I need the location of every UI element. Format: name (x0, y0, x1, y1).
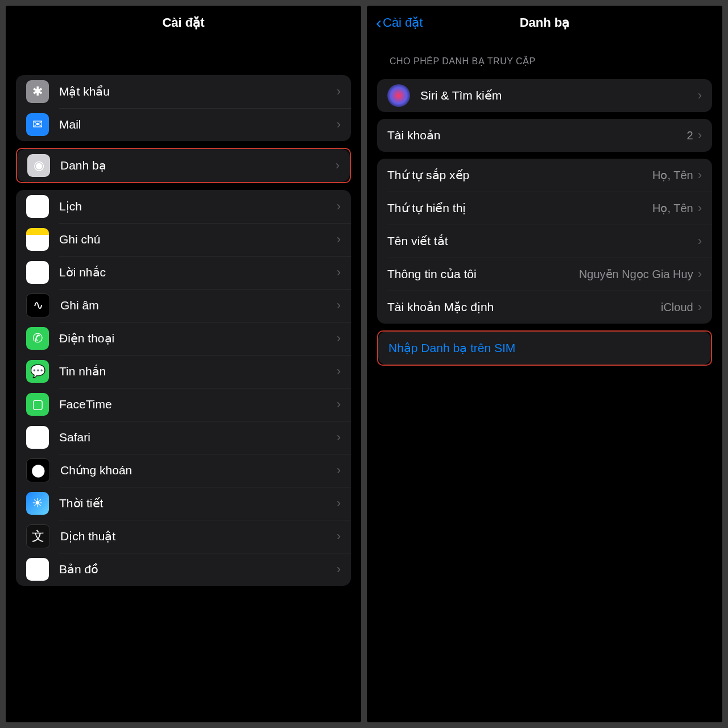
row-label: Thứ tự hiển thị (387, 201, 652, 215)
contacts-content: CHO PHÉP DANH BẠ TRUY CẬP Siri & Tìm kiế… (367, 40, 722, 722)
option-row[interactable]: Tên viết tắt› (377, 225, 712, 258)
row-label: Lời nhắc (59, 266, 337, 279)
row-label: Chứng khoán (60, 464, 337, 477)
siri-group: Siri & Tìm kiếm › (377, 79, 712, 112)
settings-row-weather[interactable]: ☀Thời tiết› (16, 487, 351, 520)
settings-row-calendar[interactable]: ▦Lịch› (16, 190, 351, 223)
chevron-right-icon: › (337, 265, 341, 280)
option-row[interactable]: Thứ tự sắp xếpHọ, Tên› (377, 159, 712, 192)
key-icon: ✱ (26, 80, 49, 103)
back-button[interactable]: ‹ Cài đặt (376, 14, 423, 31)
settings-row-messages[interactable]: 💬Tin nhắn› (16, 355, 351, 388)
chevron-right-icon: › (337, 232, 341, 247)
row-label: Ghi chú (59, 233, 337, 246)
row-label: Bản đồ (59, 562, 337, 576)
weather-icon: ☀ (26, 492, 49, 515)
options-group: Thứ tự sắp xếpHọ, Tên›Thứ tự hiển thịHọ,… (377, 159, 712, 324)
translate-icon: 文 (26, 524, 50, 548)
row-label: Danh bạ (60, 159, 336, 172)
row-label: Tài khoản Mặc định (387, 300, 661, 314)
calendar-icon: ▦ (26, 195, 49, 218)
option-row[interactable]: Thông tin của tôiNguyễn Ngọc Gia Huy› (377, 258, 712, 291)
option-row[interactable]: Thứ tự hiển thịHọ, Tên› (377, 192, 712, 225)
chevron-right-icon: › (698, 234, 702, 249)
row-label: Mật khẩu (59, 85, 337, 98)
messages-icon: 💬 (26, 360, 49, 383)
option-row[interactable]: Tài khoản Mặc địnhiCloud› (377, 291, 712, 324)
phone-icon: ✆ (26, 327, 49, 350)
row-label: Tên viết tắt (387, 234, 698, 248)
safari-icon: ✪ (26, 426, 49, 449)
chevron-right-icon: › (698, 267, 702, 282)
navbar-left: Cài đặt (6, 6, 361, 40)
settings-row-mail[interactable]: ✉Mail› (16, 108, 351, 141)
row-value: Nguyễn Ngọc Gia Huy (579, 267, 693, 281)
import-sim-highlight: Nhập Danh bạ trên SIM (377, 330, 712, 366)
row-value: 2 (687, 129, 693, 142)
reminders-icon: ☰ (26, 261, 49, 284)
chevron-right-icon: › (698, 201, 702, 216)
settings-row-facetime[interactable]: ▢FaceTime› (16, 388, 351, 421)
notes-icon (26, 228, 49, 251)
settings-row-stocks[interactable]: ⬤Chứng khoán› (16, 454, 351, 487)
row-value: iCloud (661, 301, 693, 314)
stocks-icon: ⬤ (26, 458, 50, 482)
settings-screen: Cài đặt ✱Mật khẩu›✉Mail›◉Danh bạ›▦Lịch›G… (6, 6, 361, 722)
row-label: Tài khoản (387, 129, 687, 142)
contacts-icon: ◉ (27, 154, 50, 177)
contacts-highlight: ◉Danh bạ› (16, 148, 351, 183)
row-label: Thời tiết (59, 497, 337, 510)
settings-row-translate[interactable]: 文Dịch thuật› (16, 520, 351, 553)
settings-row-voicememos[interactable]: ∿Ghi âm› (16, 289, 351, 322)
settings-row-notes[interactable]: Ghi chú› (16, 223, 351, 256)
row-value: Họ, Tên (652, 201, 693, 215)
row-label: FaceTime (59, 398, 337, 411)
import-sim-row[interactable]: Nhập Danh bạ trên SIM (378, 332, 711, 365)
page-title: Cài đặt (162, 15, 204, 30)
row-label: Tin nhắn (59, 365, 337, 378)
chevron-right-icon: › (337, 562, 341, 577)
back-label: Cài đặt (383, 15, 423, 30)
row-label: Dịch thuật (60, 530, 337, 543)
settings-row-safari[interactable]: ✪Safari› (16, 421, 351, 454)
settings-row-contacts[interactable]: ◉Danh bạ› (17, 149, 350, 182)
row-label: Safari (59, 431, 337, 444)
siri-search-row[interactable]: Siri & Tìm kiếm › (377, 79, 712, 112)
voicememos-icon: ∿ (26, 293, 50, 317)
row-label: Thông tin của tôi (387, 267, 579, 281)
settings-row-phone[interactable]: ✆Điện thoại› (16, 322, 351, 355)
maps-icon: ⌖ (26, 558, 49, 581)
chevron-right-icon: › (336, 158, 340, 173)
settings-list: ✱Mật khẩu›✉Mail›◉Danh bạ›▦Lịch›Ghi chú›☰… (6, 40, 361, 722)
chevron-right-icon: › (337, 463, 341, 478)
accounts-group: Tài khoản 2 › (377, 119, 712, 152)
mail-icon: ✉ (26, 113, 49, 136)
chevron-left-icon: ‹ (376, 14, 382, 31)
chevron-right-icon: › (337, 364, 341, 379)
row-value: Họ, Tên (652, 168, 693, 182)
chevron-right-icon: › (698, 168, 702, 183)
settings-group: ▦Lịch›Ghi chú›☰Lời nhắc›∿Ghi âm›✆Điện th… (16, 190, 351, 586)
chevron-right-icon: › (337, 298, 341, 313)
row-label: Mail (59, 118, 337, 131)
chevron-right-icon: › (337, 496, 341, 511)
settings-group: ✱Mật khẩu›✉Mail› (16, 75, 351, 141)
chevron-right-icon: › (698, 300, 702, 315)
row-label: Thứ tự sắp xếp (387, 168, 652, 182)
chevron-right-icon: › (337, 430, 341, 445)
accounts-row[interactable]: Tài khoản 2 › (377, 119, 712, 152)
chevron-right-icon: › (337, 331, 341, 346)
row-label: Nhập Danh bạ trên SIM (388, 341, 701, 355)
row-label: Điện thoại (59, 332, 337, 345)
row-label: Siri & Tìm kiếm (420, 89, 698, 102)
settings-row-key[interactable]: ✱Mật khẩu› (16, 75, 351, 108)
settings-row-reminders[interactable]: ☰Lời nhắc› (16, 256, 351, 289)
section-header: CHO PHÉP DANH BẠ TRUY CẬP (367, 40, 722, 72)
import-sim-group: Nhập Danh bạ trên SIM (378, 332, 711, 365)
settings-row-maps[interactable]: ⌖Bản đồ› (16, 553, 351, 586)
facetime-icon: ▢ (26, 393, 49, 416)
chevron-right-icon: › (337, 117, 341, 132)
chevron-right-icon: › (337, 199, 341, 214)
chevron-right-icon: › (337, 397, 341, 412)
row-label: Lịch (59, 200, 337, 213)
